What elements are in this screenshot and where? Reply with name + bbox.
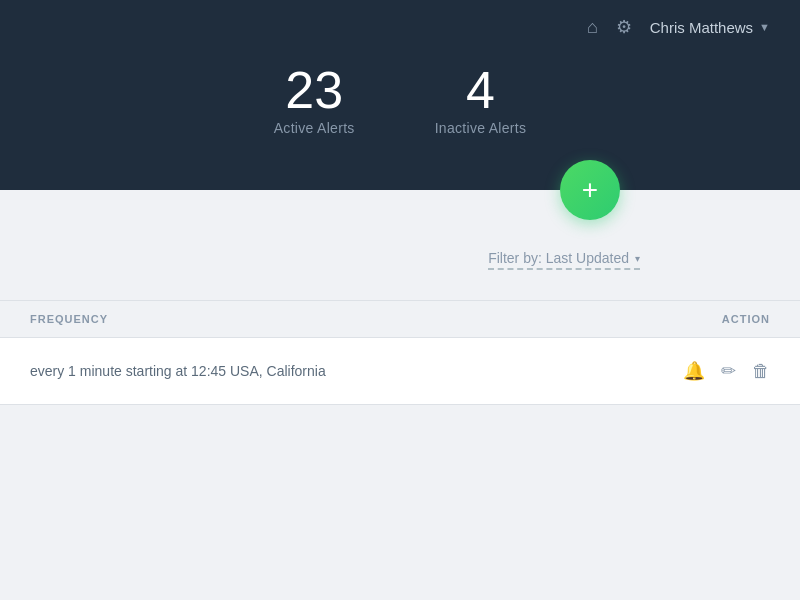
user-menu-chevron-icon: ▼	[759, 21, 770, 33]
inactive-alerts-stat: 4 Inactive Alerts	[435, 64, 527, 136]
bell-icon[interactable]: 🔔	[683, 360, 705, 382]
add-alert-button[interactable]: +	[560, 160, 620, 220]
row-frequency-text: every 1 minute starting at 12:45 USA, Ca…	[30, 363, 326, 379]
user-name: Chris Matthews	[650, 19, 753, 36]
row-actions: 🔔 ✏ 🗑	[683, 360, 770, 382]
active-alerts-label: Active Alerts	[274, 120, 355, 136]
inactive-alerts-count: 4	[466, 64, 495, 116]
edit-icon[interactable]: ✏	[721, 360, 736, 382]
content-area: Filter by: Last Updated ▾ FREQUENCY ACTI…	[0, 190, 800, 405]
frequency-column-header: FREQUENCY	[30, 313, 108, 325]
nav-bar: ⌂ ⚙ Chris Matthews ▼	[0, 0, 800, 54]
filter-dropdown[interactable]: Filter by: Last Updated ▾	[488, 250, 640, 270]
inactive-alerts-label: Inactive Alerts	[435, 120, 527, 136]
table-row: every 1 minute starting at 12:45 USA, Ca…	[0, 338, 800, 405]
user-menu[interactable]: Chris Matthews ▼	[650, 19, 770, 36]
table-header: FREQUENCY ACTION	[0, 300, 800, 338]
filter-chevron-icon: ▾	[635, 253, 640, 264]
filter-bar: Filter by: Last Updated ▾	[0, 240, 800, 280]
action-column-header: ACTION	[722, 313, 770, 325]
active-alerts-stat: 23 Active Alerts	[274, 64, 355, 136]
delete-icon[interactable]: 🗑	[752, 361, 770, 382]
fab-container: +	[560, 160, 620, 220]
stats-area: 23 Active Alerts 4 Inactive Alerts	[0, 54, 800, 136]
top-header: ⌂ ⚙ Chris Matthews ▼ 23 Active Alerts 4 …	[0, 0, 800, 190]
home-icon[interactable]: ⌂	[587, 17, 598, 38]
active-alerts-count: 23	[285, 64, 343, 116]
settings-icon[interactable]: ⚙	[616, 16, 632, 38]
alerts-table: FREQUENCY ACTION every 1 minute starting…	[0, 300, 800, 405]
filter-label: Filter by: Last Updated	[488, 250, 629, 266]
